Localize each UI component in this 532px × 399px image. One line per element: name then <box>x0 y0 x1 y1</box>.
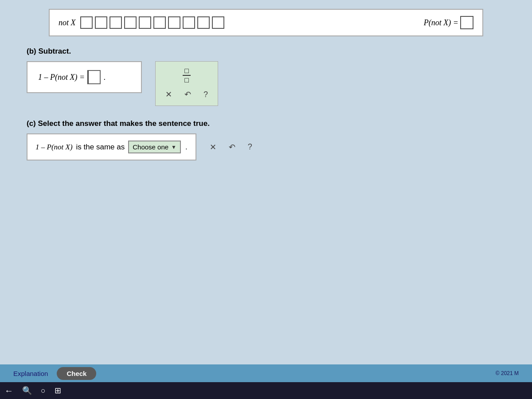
part-b-close-btn[interactable]: ✕ <box>163 89 175 100</box>
explanation-link[interactable]: Explanation <box>13 370 48 377</box>
checkbox-6[interactable] <box>153 16 166 29</box>
part-b-label: (b) Subtract. <box>27 47 505 56</box>
not-x-label: not X <box>59 18 76 27</box>
checkbox-5[interactable] <box>139 16 151 29</box>
p-not-x-formula: P(not X) = <box>424 16 473 29</box>
back-arrow-icon[interactable]: ← <box>4 386 13 396</box>
taskbar: ← 🔍 ○ ⊞ <box>0 382 532 399</box>
checkboxes-container <box>80 16 411 29</box>
part-c-period: . <box>185 143 188 152</box>
checkbox-9[interactable] <box>197 16 210 29</box>
part-c-action-row: ✕ ↶ ? <box>207 141 255 153</box>
checkbox-1[interactable] <box>80 16 93 29</box>
checkbox-2[interactable] <box>95 16 107 29</box>
part-b: (b) Subtract. 1 – P(not X) = . □ □ ✕ ↶ ? <box>27 47 505 106</box>
part-b-action-row: ✕ ↶ ? <box>163 89 211 100</box>
part-c-is-same-as: is the same as <box>76 143 125 152</box>
p-not-x-answer-box[interactable] <box>460 16 473 29</box>
part-c-inner: 1 – P(not X) is the same as Choose one ▼… <box>27 133 505 160</box>
part-c-formula-text: 1 – P(not X) <box>35 143 73 152</box>
part-c-help-btn[interactable]: ? <box>245 141 255 153</box>
part-b-help-btn[interactable]: ? <box>201 89 211 100</box>
part-c-label: (c) Select the answer that makes the sen… <box>27 119 505 128</box>
check-button[interactable]: Check <box>57 367 96 380</box>
top-section: not X P(not X) = <box>49 9 483 36</box>
part-c: (c) Select the answer that makes the sen… <box>27 119 505 160</box>
bottom-bar: Explanation Check © 2021 M <box>0 364 532 382</box>
part-b-period: . <box>103 73 106 82</box>
bottom-bar-inner: Explanation Check © 2021 M <box>13 367 519 380</box>
main-content: not X P(not X) = (b) Subtract. 1 – P(not… <box>0 0 532 381</box>
part-c-dropdown[interactable]: Choose one ▼ <box>128 141 181 153</box>
fraction-denominator: □ <box>183 76 191 84</box>
p-not-x-text: P(not X) = <box>424 18 458 27</box>
copyright-text: © 2021 M <box>496 370 519 376</box>
part-c-close-btn[interactable]: ✕ <box>207 141 219 153</box>
part-c-undo-btn[interactable]: ↶ <box>226 141 238 153</box>
part-b-inner: 1 – P(not X) = . □ □ ✕ ↶ ? <box>27 61 505 106</box>
part-b-undo-btn[interactable]: ↶ <box>182 89 194 100</box>
part-b-answer-input[interactable] <box>87 70 101 84</box>
checkbox-4[interactable] <box>124 16 137 29</box>
grid-icon[interactable]: ⊞ <box>55 386 61 395</box>
dropdown-label: Choose one <box>133 143 168 151</box>
part-b-formula-box: 1 – P(not X) = . <box>27 61 142 93</box>
part-c-sentence-box: 1 – P(not X) is the same as Choose one ▼… <box>27 133 196 160</box>
fraction-panel: □ □ ✕ ↶ ? <box>155 61 218 106</box>
checkbox-3[interactable] <box>110 16 122 29</box>
dropdown-arrow-icon: ▼ <box>171 144 176 150</box>
search-icon[interactable]: 🔍 <box>22 386 32 395</box>
fraction-icon[interactable]: □ □ <box>183 67 191 84</box>
part-b-formula-text: 1 – P(not X) = <box>38 73 85 82</box>
checkbox-8[interactable] <box>183 16 195 29</box>
checkbox-10[interactable] <box>212 16 224 29</box>
circle-icon[interactable]: ○ <box>41 386 46 395</box>
checkbox-7[interactable] <box>168 16 180 29</box>
fraction-numerator: □ <box>183 67 191 76</box>
